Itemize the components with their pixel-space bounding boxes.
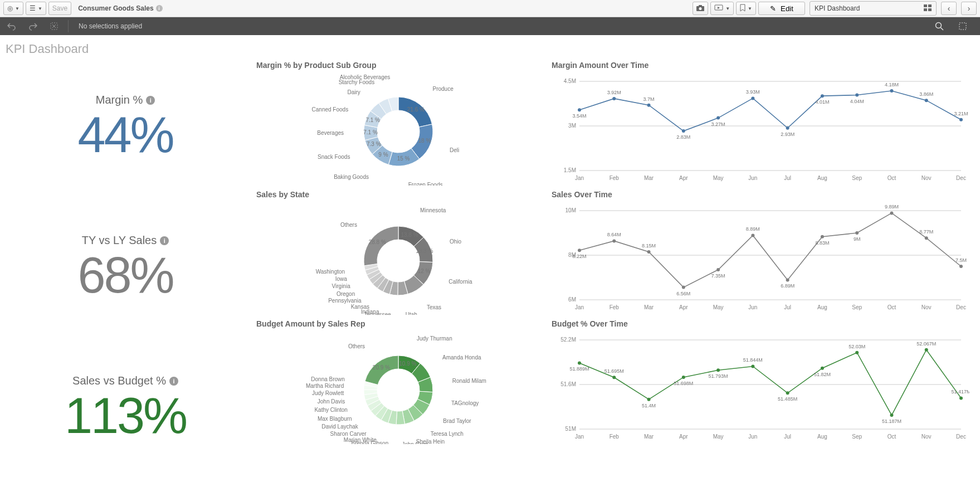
svg-text:3.54M: 3.54M	[572, 113, 586, 119]
svg-point-189	[855, 351, 859, 354]
redo-selection-icon	[28, 22, 37, 31]
step-back-button[interactable]	[4, 20, 19, 32]
svg-point-137	[682, 286, 685, 289]
svg-text:Alcoholic Beverages: Alcoholic Beverages	[340, 74, 391, 80]
kpi-margin[interactable]: Margin % i 44%	[0, 59, 251, 199]
svg-text:15 %: 15 %	[397, 155, 410, 162]
story-button[interactable]: ▼	[710, 2, 734, 15]
svg-text:California: California	[448, 279, 472, 285]
save-button[interactable]: Save	[48, 2, 71, 15]
kpi-value: 68%	[77, 247, 173, 304]
bookmark-button[interactable]: ▼	[736, 2, 756, 15]
kpi-ty-vs-ly[interactable]: TY vs LY Sales i 68%	[0, 199, 251, 339]
svg-text:Donna Brown: Donna Brown	[311, 376, 345, 382]
svg-text:8.77M: 8.77M	[919, 229, 933, 235]
svg-text:7.5M: 7.5M	[955, 257, 967, 263]
svg-text:Jan: Jan	[575, 304, 584, 310]
svg-text:Kathy Clinton: Kathy Clinton	[314, 407, 347, 413]
chart-sales-over-time[interactable]: Sales Over Time 6M8M10MJanFebMarAprMayJu…	[546, 188, 975, 317]
svg-text:Snack Foods: Snack Foods	[318, 154, 350, 160]
info-icon[interactable]: i	[146, 96, 155, 105]
svg-text:3.93M: 3.93M	[746, 89, 760, 95]
svg-text:Mar: Mar	[644, 175, 654, 181]
chevron-down-icon: ▼	[38, 6, 42, 11]
svg-point-187	[821, 367, 824, 370]
svg-text:2.93M: 2.93M	[781, 132, 794, 137]
svg-text:51.82M: 51.82M	[814, 372, 831, 377]
chart-sales-by-state[interactable]: Sales by State Minnesota13.8 %Ohio13.3 %…	[251, 188, 546, 317]
svg-text:May: May	[713, 304, 724, 310]
svg-text:Apr: Apr	[679, 175, 688, 181]
search-button[interactable]	[932, 20, 947, 32]
kpi-value: 44%	[77, 106, 173, 164]
chart-title: Margin % by Product Sub Group	[256, 61, 540, 70]
info-icon[interactable]: i	[160, 236, 169, 245]
svg-text:28.8 %: 28.8 %	[369, 239, 386, 245]
chevron-down-icon: ▼	[15, 6, 19, 11]
svg-text:Aug: Aug	[817, 304, 827, 310]
svg-text:51.793M: 51.793M	[709, 373, 728, 379]
svg-text:51.4M: 51.4M	[642, 403, 656, 408]
svg-text:Deli: Deli	[450, 147, 459, 153]
svg-text:Nov: Nov	[922, 434, 932, 440]
svg-text:51.187M: 51.187M	[882, 418, 901, 424]
svg-text:1.5M: 1.5M	[564, 167, 576, 173]
step-forward-button[interactable]	[26, 20, 40, 32]
info-icon[interactable]: i	[169, 377, 178, 386]
line-column: Margin Amount Over Time 1.5M3M4.5MJanFeb…	[546, 59, 975, 477]
svg-point-183	[751, 364, 754, 368]
svg-text:Dec: Dec	[956, 304, 966, 310]
kpi-sales-vs-budget[interactable]: Sales vs Budget % i 113%	[0, 339, 251, 477]
selections-tool-button[interactable]	[955, 20, 970, 32]
chevron-left-icon: ‹	[948, 4, 950, 13]
svg-rect-6	[928, 4, 932, 7]
prev-sheet-button[interactable]: ‹	[941, 2, 957, 15]
svg-text:6.89M: 6.89M	[781, 283, 794, 289]
svg-text:Judy Rowlett: Judy Rowlett	[312, 390, 344, 396]
chart-margin-by-subgroup[interactable]: Margin % by Product Sub Group Produce21.…	[251, 59, 546, 188]
svg-text:51.485M: 51.485M	[778, 396, 797, 402]
chart-budget-by-rep[interactable]: Budget Amount by Sales Rep Judy Thurman1…	[251, 317, 546, 446]
donut-chart: Judy Thurman10.9 %Amanda HondaRonald Mil…	[256, 330, 540, 444]
svg-text:7.3 %: 7.3 %	[367, 141, 381, 147]
svg-point-151	[925, 236, 928, 240]
svg-point-143	[786, 278, 789, 281]
chart-title: Budget % Over Time	[552, 319, 969, 328]
compass-icon: ◎	[7, 4, 13, 12]
sheet-selector-label: KPI Dashboard	[815, 4, 860, 12]
app-title: Consumer Goods Sales i	[78, 4, 162, 12]
svg-text:6.56M: 6.56M	[676, 291, 690, 296]
clear-selection-icon	[50, 22, 58, 31]
svg-text:Oct: Oct	[888, 434, 896, 440]
list-menu-button[interactable]: ☰▼	[26, 2, 46, 15]
svg-text:John Davis: John Davis	[318, 398, 345, 405]
svg-text:David Laychak: David Laychak	[321, 424, 359, 430]
svg-text:8.22M: 8.22M	[572, 254, 586, 259]
svg-text:Jul: Jul	[784, 175, 791, 181]
svg-text:51.417M: 51.417M	[951, 389, 969, 395]
svg-text:Dec: Dec	[956, 434, 966, 440]
chart-title: Budget Amount by Sales Rep	[256, 319, 540, 328]
svg-text:Ronald Milam: Ronald Milam	[452, 378, 486, 384]
chart-budget-over-time[interactable]: Budget % Over Time 51M51.6M52.2MJanFebMa…	[546, 317, 975, 446]
svg-text:Sep: Sep	[852, 304, 862, 310]
svg-text:52.03M: 52.03M	[849, 344, 865, 349]
svg-point-177	[647, 398, 651, 401]
chart-margin-over-time[interactable]: Margin Amount Over Time 1.5M3M4.5MJanFeb…	[546, 59, 975, 188]
svg-text:John Greg: John Greg	[402, 441, 428, 444]
svg-point-153	[959, 265, 963, 268]
svg-point-93	[647, 104, 651, 107]
info-icon[interactable]: i	[156, 5, 163, 12]
nav-menu-button[interactable]: ◎▼	[3, 2, 23, 15]
svg-point-131	[578, 249, 581, 252]
svg-text:Aug: Aug	[817, 175, 827, 181]
next-sheet-button[interactable]: ›	[961, 2, 977, 15]
clear-selections-button[interactable]	[47, 20, 61, 32]
snapshot-button[interactable]	[693, 2, 708, 15]
svg-point-105	[855, 94, 859, 97]
svg-rect-7	[924, 8, 927, 11]
sheet-selector[interactable]: KPI Dashboard	[810, 1, 937, 16]
svg-text:Nov: Nov	[922, 175, 932, 181]
edit-button[interactable]: ✎ Edit	[758, 2, 805, 15]
svg-text:Judy Thurman: Judy Thurman	[417, 335, 452, 342]
